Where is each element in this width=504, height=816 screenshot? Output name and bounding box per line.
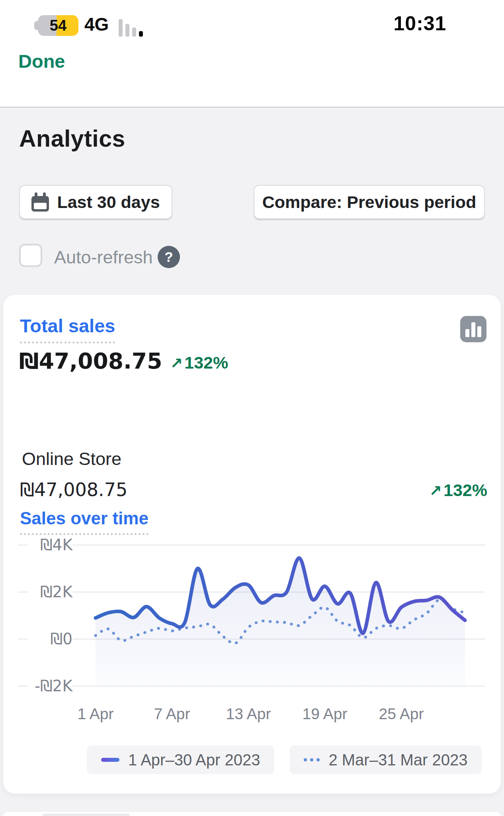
bar-chart-icon[interactable]	[460, 316, 486, 342]
auto-refresh-checkbox[interactable]	[19, 244, 42, 267]
analytics-screen: 54 4G 10:31 Done Analytics Last 30 days …	[0, 0, 504, 816]
y-axis-tick: ₪0	[28, 629, 72, 649]
y-axis-tick: ₪2K	[28, 582, 72, 602]
date-range-button[interactable]: Last 30 days	[19, 185, 172, 219]
legend-previous-period: 2 Mar–31 Mar 2023	[289, 745, 482, 774]
compare-label: Compare: Previous period	[262, 192, 477, 212]
channel-change: ↗132%	[429, 481, 487, 500]
chart-legend: 1 Apr–30 Apr 2023 2 Mar–31 Mar 2023	[87, 745, 482, 774]
signal-strength-icon	[119, 19, 150, 37]
total-sales-link[interactable]: Total sales	[20, 315, 115, 343]
dotted-line-swatch-icon	[304, 758, 320, 761]
next-card-placeholder	[43, 814, 129, 816]
legend-current-period: 1 Apr–30 Apr 2023	[87, 745, 274, 774]
header-divider	[0, 107, 504, 108]
legend-label: 1 Apr–30 Apr 2023	[128, 751, 260, 769]
x-axis-tick: 19 Apr	[295, 705, 355, 723]
network-type-label: 4G	[84, 14, 109, 35]
compare-button[interactable]: Compare: Previous period	[254, 185, 485, 219]
x-axis-tick: 25 Apr	[371, 705, 431, 723]
x-axis-tick: 1 Apr	[66, 705, 125, 723]
sales-line-chart	[0, 530, 504, 717]
solid-line-swatch-icon	[101, 758, 119, 762]
page-title: Analytics	[19, 125, 125, 152]
x-axis-tick: 13 Apr	[219, 705, 278, 723]
channel-name: Online Store	[22, 449, 121, 469]
done-button[interactable]: Done	[18, 50, 65, 72]
y-axis-tick: ₪4K	[28, 535, 72, 555]
legend-label: 2 Mar–31 Mar 2023	[328, 751, 467, 769]
total-sales-amount: ₪47,008.75	[19, 348, 162, 374]
battery-percentage: 54	[38, 15, 78, 36]
channel-amount: ₪47,008.75	[20, 479, 127, 500]
trend-up-icon: ↗	[170, 355, 183, 372]
clock: 10:31	[380, 12, 460, 35]
total-sales-change: ↗132%	[170, 353, 228, 373]
auto-refresh-label: Auto-refresh	[54, 247, 153, 268]
y-axis-tick: -₪2K	[28, 676, 72, 696]
help-icon[interactable]: ?	[158, 246, 180, 268]
total-sales-amount-row: ₪47,008.75 ↗132%	[19, 348, 228, 374]
trend-up-icon: ↗	[429, 482, 442, 500]
x-axis-tick: 7 Apr	[142, 705, 202, 723]
calendar-icon	[31, 192, 49, 212]
date-range-label: Last 30 days	[57, 192, 160, 212]
